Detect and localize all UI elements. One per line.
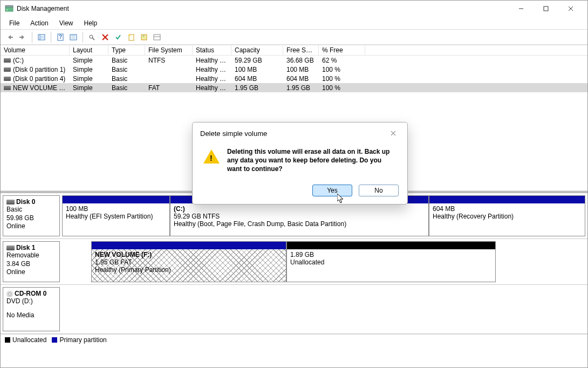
help-button[interactable]: ? xyxy=(54,31,66,43)
menu-help[interactable]: Help xyxy=(79,18,103,28)
svg-rect-4 xyxy=(544,6,548,11)
minimize-button[interactable] xyxy=(509,1,534,17)
cell-type: Basic xyxy=(108,84,145,92)
volume-header-row: Volume Layout Type File System Status Ca… xyxy=(1,45,587,56)
svg-rect-23 xyxy=(154,35,160,40)
disk-state: No Media xyxy=(6,311,56,320)
col-volume[interactable]: Volume xyxy=(1,45,70,55)
partition-size: 100 MB xyxy=(66,205,166,213)
cell-free: 36.68 GB xyxy=(283,56,319,65)
disk-label[interactable]: Disk 1 Removable 3.84 GB Online xyxy=(3,241,60,282)
disk-state: Online xyxy=(6,268,56,277)
disk-name: Disk 0 xyxy=(16,198,35,206)
col-type[interactable]: Type xyxy=(108,45,145,55)
partition-efi[interactable]: 100 MB Healthy (EFI System Partition) xyxy=(62,195,170,236)
forward-button[interactable] xyxy=(17,31,29,43)
new-button[interactable] xyxy=(125,31,137,43)
cell-fs: FAT xyxy=(145,84,193,92)
legend-swatch-unallocated xyxy=(5,337,10,343)
partition-header xyxy=(63,196,169,203)
cell-volume: (Disk 0 partition 1) xyxy=(13,66,65,73)
table-row[interactable]: (C:) Simple Basic NTFS Healthy (B... 59.… xyxy=(1,56,587,65)
check-button[interactable] xyxy=(112,31,124,43)
col-filesystem[interactable]: File System xyxy=(145,45,193,55)
table-row[interactable]: NEW VOLUME (F:) Simple Basic FAT Healthy… xyxy=(1,83,587,92)
dialog-title: Delete simple volume xyxy=(200,130,267,138)
legend-swatch-primary xyxy=(52,337,57,343)
disk-name: Disk 1 xyxy=(16,244,35,251)
view-mode-button[interactable] xyxy=(151,31,163,43)
col-percent-free[interactable]: % Free xyxy=(319,45,365,55)
disk-label[interactable]: Disk 0 Basic 59.98 GB Online xyxy=(3,195,60,236)
col-free-space[interactable]: Free Spa... xyxy=(283,45,319,55)
hdd-icon xyxy=(6,246,15,250)
svg-line-18 xyxy=(92,38,94,40)
disk-row-cdrom: CD-ROM 0 DVD (D:) No Media xyxy=(1,285,587,334)
back-button[interactable] xyxy=(4,31,16,43)
warning-icon xyxy=(203,149,220,163)
volume-rows: (C:) Simple Basic NTFS Healthy (B... 59.… xyxy=(1,56,587,92)
partition-name: (C:) xyxy=(174,205,425,213)
partition-status: Healthy (EFI System Partition) xyxy=(66,213,166,220)
disk-graphical-view: Disk 0 Basic 59.98 GB Online 100 MB Heal… xyxy=(1,191,587,334)
cell-fs xyxy=(145,78,193,79)
svg-rect-15 xyxy=(71,35,76,37)
cell-free: 100 MB xyxy=(283,65,319,74)
no-button[interactable]: No xyxy=(359,185,399,196)
col-capacity[interactable]: Capacity xyxy=(231,45,283,55)
disk-icon xyxy=(4,86,11,90)
properties-button[interactable] xyxy=(86,31,98,43)
partition-new-volume-f[interactable]: NEW VOLUME (F:) 1.95 GB FAT Healthy (Pri… xyxy=(91,241,286,282)
cell-capacity: 604 MB xyxy=(231,74,283,83)
legend-unallocated: Unallocated xyxy=(12,336,46,344)
cell-layout: Simple xyxy=(70,74,108,83)
disk-type: DVD (D:) xyxy=(6,297,56,306)
partition-size: 1.89 GB xyxy=(290,251,492,258)
disk-label[interactable]: CD-ROM 0 DVD (D:) No Media xyxy=(3,287,60,331)
partition-status: Healthy (Primary Partition) xyxy=(95,266,283,274)
menu-file[interactable]: File xyxy=(4,18,25,28)
cell-layout: Simple xyxy=(70,84,108,92)
col-status[interactable]: Status xyxy=(193,45,231,55)
menu-view[interactable]: View xyxy=(54,18,79,28)
menu-bar: File Action View Help xyxy=(1,17,587,30)
disk-management-icon xyxy=(5,4,13,13)
partition-size: 1.95 GB FAT xyxy=(95,258,283,266)
cell-volume: (C:) xyxy=(13,57,24,64)
menu-action[interactable]: Action xyxy=(25,18,53,28)
disk-size: 3.84 GB xyxy=(6,260,56,269)
cell-type: Basic xyxy=(108,56,145,65)
svg-rect-0 xyxy=(5,6,13,11)
table-row[interactable]: (Disk 0 partition 1) Simple Basic Health… xyxy=(1,65,587,74)
svg-rect-16 xyxy=(71,37,76,39)
window-title: Disk Management xyxy=(17,5,69,12)
cell-fs: NTFS xyxy=(145,56,193,65)
partition-unallocated[interactable]: 1.89 GB Unallocated xyxy=(286,241,496,282)
disk-type: Removable xyxy=(6,251,56,260)
settings-button[interactable] xyxy=(67,31,79,43)
show-hide-console-tree-button[interactable] xyxy=(36,31,47,43)
disk-name: CD-ROM 0 xyxy=(15,290,46,297)
dialog-close-button[interactable] xyxy=(387,128,400,139)
cell-type: Basic xyxy=(108,74,145,83)
partition-status: Unallocated xyxy=(290,258,492,266)
cell-capacity: 1.95 GB xyxy=(231,84,283,92)
cell-volume: (Disk 0 partition 4) xyxy=(13,75,65,83)
disk-icon xyxy=(4,77,11,81)
svg-text:?: ? xyxy=(59,34,62,40)
table-row[interactable]: (Disk 0 partition 4) Simple Basic Health… xyxy=(1,74,587,83)
cell-status: Healthy (E... xyxy=(193,65,231,74)
cell-layout: Simple xyxy=(70,56,108,65)
close-button[interactable] xyxy=(558,1,583,17)
delete-button[interactable] xyxy=(99,31,111,43)
cell-free: 604 MB xyxy=(283,74,319,83)
refresh-button[interactable] xyxy=(138,31,150,43)
cell-type: Basic xyxy=(108,65,145,74)
yes-button[interactable]: Yes xyxy=(312,185,352,196)
maximize-button[interactable] xyxy=(534,1,558,17)
col-layout[interactable]: Layout xyxy=(70,45,108,55)
svg-point-2 xyxy=(6,10,8,11)
disk-type: Basic xyxy=(6,206,56,214)
partition-header xyxy=(287,242,495,249)
partition-recovery[interactable]: 604 MB Healthy (Recovery Partition) xyxy=(429,195,585,236)
